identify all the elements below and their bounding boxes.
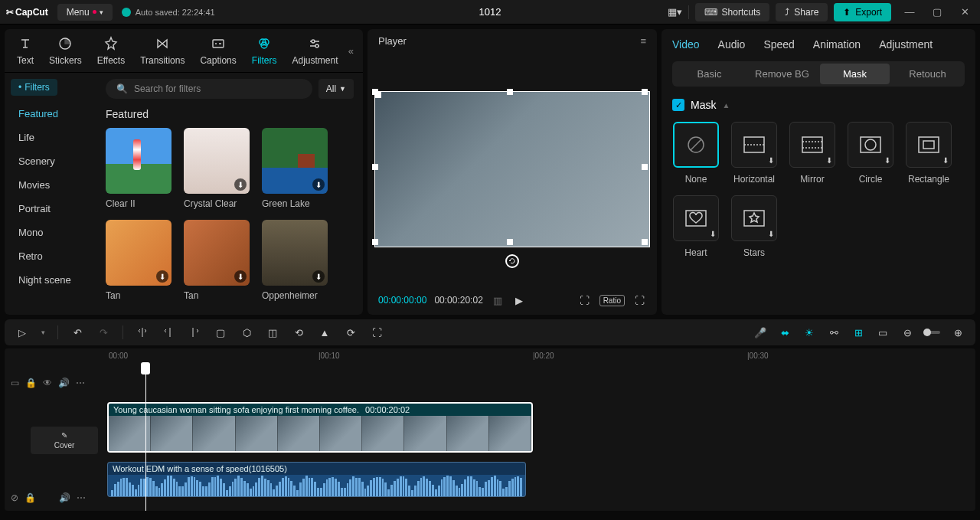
more-icon[interactable]: ⋯ [76,378,85,388]
all-filter-button[interactable]: All▼ [318,79,354,99]
tab-text[interactable]: Text [17,35,34,66]
mask-mirror[interactable]: ⬇ Mirror [789,122,836,185]
subtab-removebg[interactable]: Remove BG [747,64,817,84]
rotate-tool[interactable]: ⟳ [344,325,358,339]
tab-adjustment[interactable]: Adjustment [292,35,338,66]
filter-cat-nightscene[interactable]: Night scene [11,268,90,292]
filter-item[interactable]: Clear II [106,128,172,209]
lock-icon[interactable]: 🔒 [25,378,37,388]
layout-icon[interactable]: ▦▾ [668,5,682,19]
download-icon: ⬇ [768,230,774,238]
focus-icon[interactable]: ⛶ [578,293,592,307]
mask-horizontal[interactable]: ⬇ Horizontal [730,122,778,185]
redo-button[interactable]: ↷ [96,325,110,339]
search-input[interactable]: 🔍 Search for filters [106,79,312,99]
select-tool[interactable]: ▷ [15,325,29,339]
screenshot-icon[interactable]: ▭ [876,325,890,339]
inspector-tab-video[interactable]: Video [672,38,700,51]
tab-filters[interactable]: Filters [252,35,277,66]
video-preview[interactable] [374,91,650,247]
split-right-tool[interactable] [188,325,201,339]
zoom-slider[interactable] [925,331,940,334]
snap-toggle[interactable]: ⬌ [778,325,792,339]
compare-icon[interactable]: ▥ [491,293,505,307]
subtab-retouch[interactable]: Retouch [893,64,962,84]
lock-icon[interactable]: 🔒 [24,492,36,503]
share-button[interactable]: ⤴Share [776,3,828,21]
eye-icon[interactable]: 👁 [43,378,52,388]
filter-cat-movies[interactable]: Movies [11,173,90,197]
mirror-tool[interactable]: ▲ [318,325,332,339]
video-clip[interactable]: Young caucasian woman sitting sofa enjoy… [107,402,533,453]
tab-effects[interactable]: Effects [97,35,125,66]
maximize-button[interactable]: ▢ [928,3,946,21]
magnet-toggle[interactable]: ☀ [802,325,816,339]
ratio-button[interactable]: Ratio [599,295,625,306]
play-button[interactable]: ▶ [512,293,526,307]
collapse-icon[interactable]: « [348,45,354,57]
shortcuts-button[interactable]: ⌨Shortcuts [695,3,770,21]
chevron-up-icon[interactable]: ▲ [722,101,730,110]
reverse-tool[interactable]: ⟲ [292,325,305,339]
playhead[interactable] [145,364,146,511]
split-left-tool[interactable] [162,325,175,339]
tab-stickers[interactable]: Stickers [49,35,82,66]
delete-tool[interactable]: ▢ [214,325,227,339]
close-button[interactable]: ✕ [956,3,974,21]
zoom-in-icon[interactable]: ⊕ [951,325,965,339]
more-icon[interactable]: ⋯ [77,492,86,503]
chevron-down-icon[interactable]: ▾ [41,329,45,336]
menu-button[interactable]: Menu▾ [57,4,113,21]
volume-icon[interactable]: 🔊 [58,378,70,388]
crop-tool[interactable]: ◫ [266,325,279,339]
mask-stars[interactable]: ⬇ Stars [730,195,778,258]
pencil-icon: ✎ [61,431,67,440]
crop2-tool[interactable]: ⛶ [370,325,384,339]
inspector-tab-speed[interactable]: Speed [763,38,794,51]
track-toggle-icon[interactable]: ▭ [11,378,19,388]
tab-captions[interactable]: Captions [200,35,236,66]
timeline-ruler[interactable]: 00:00 |00:10 |00:20 |00:30 [104,348,975,364]
filters-chip[interactable]: • Filters [11,79,57,96]
filter-cat-retro[interactable]: Retro [11,244,90,268]
split-tool[interactable] [136,325,149,339]
inspector-tab-audio[interactable]: Audio [718,38,746,51]
filter-item[interactable]: ⬇ Green Lake [262,128,328,209]
mask-none[interactable]: None [672,122,720,185]
mask-circle[interactable]: ⬇ Circle [847,122,894,185]
filter-cat-mono[interactable]: Mono [11,221,90,244]
subtab-mask[interactable]: Mask [820,64,890,84]
fullscreen-icon[interactable]: ⛶ [632,293,646,307]
mask-rectangle[interactable]: ⬇ Rectangle [905,122,952,185]
tab-transitions[interactable]: Transitions [140,35,185,66]
rotate-icon[interactable] [505,254,519,268]
undo-button[interactable]: ↶ [70,325,84,339]
minimize-button[interactable]: — [900,3,919,21]
export-button[interactable]: ⬆Export [834,3,891,21]
link-toggle[interactable]: ⚯ [827,325,841,339]
download-icon: ⬇ [884,156,890,165]
filter-item[interactable]: ⬇ Tan [184,220,250,301]
mask-checkbox[interactable]: ✓ [672,99,684,111]
zoom-out-icon[interactable]: ⊖ [900,325,914,339]
volume-icon[interactable]: 🔊 [59,492,70,503]
track-toggle-icon[interactable]: ⊘ [11,492,18,503]
marker-tool[interactable]: ⬡ [240,325,253,339]
filter-item[interactable]: ⬇ Crystal Clear [184,128,250,209]
inspector-tab-adjustment[interactable]: Adjustment [879,38,933,51]
filter-cat-portrait[interactable]: Portrait [11,197,90,221]
filter-cat-featured[interactable]: Featured [11,102,90,126]
filter-cat-life[interactable]: Life [11,126,90,149]
filter-cat-scenery[interactable]: Scenery [11,149,90,173]
preview-toggle[interactable]: ⊞ [851,325,865,339]
cover-button[interactable]: ✎ Cover [31,427,98,454]
inspector-tab-animation[interactable]: Animation [813,38,861,51]
filter-item[interactable]: ⬇ Tan [106,220,172,301]
filter-item[interactable]: ⬇ Oppenheimer [262,220,328,301]
mask-heart[interactable]: ⬇ Heart [672,195,720,258]
transitions-icon [154,35,171,52]
player-menu-icon[interactable]: ≡ [640,35,646,47]
audio-clip[interactable]: Workout EDM with a sense of speed(101650… [107,462,526,497]
subtab-basic[interactable]: Basic [675,64,744,84]
mic-icon[interactable]: 🎤 [753,325,767,339]
